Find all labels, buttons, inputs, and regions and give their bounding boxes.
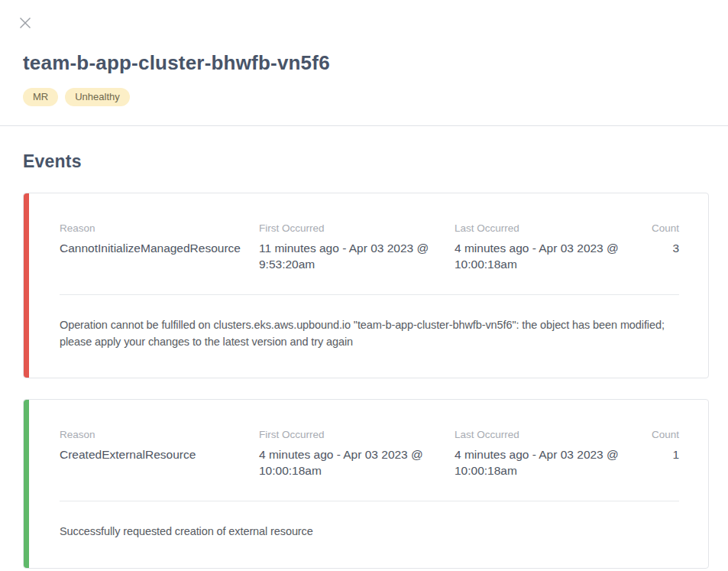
column-header-first-occurred: First Occurred	[259, 222, 438, 234]
card-divider	[60, 501, 679, 501]
event-col-count: Count 1	[642, 429, 679, 479]
event-last-occurred-value: 4 minutes ago - Apr 03 2023 @ 10:00:18am	[455, 241, 626, 273]
event-reason-value: CannotInitializeManagedResource	[60, 241, 242, 257]
event-first-occurred-value: 11 minutes ago - Apr 03 2023 @ 9:53:20am	[259, 241, 438, 273]
events-heading: Events	[23, 151, 709, 172]
status-bar-error	[24, 193, 29, 378]
kind-badge: MR	[23, 88, 58, 106]
event-message: Operation cannot be fulfilled on cluster…	[60, 317, 679, 351]
event-col-reason: Reason CreatedExternalResource	[60, 429, 259, 479]
column-header-last-occurred: Last Occurred	[455, 222, 626, 234]
close-icon	[18, 16, 32, 30]
event-first-occurred-value: 4 minutes ago - Apr 03 2023 @ 10:00:18am	[259, 447, 438, 479]
column-header-reason: Reason	[60, 429, 242, 440]
column-header-count: Count	[642, 222, 679, 234]
event-count-value: 1	[642, 447, 679, 463]
drawer-header: team-b-app-cluster-bhwfb-vn5f6 MR Unheal…	[0, 0, 728, 106]
event-col-last-occurred: Last Occurred 4 minutes ago - Apr 03 202…	[455, 222, 642, 273]
close-button[interactable]	[18, 16, 32, 30]
event-col-count: Count 3	[642, 222, 679, 273]
column-header-first-occurred: First Occurred	[259, 429, 438, 440]
page-title: team-b-app-cluster-bhwfb-vn5f6	[23, 51, 705, 75]
status-bar-success	[24, 400, 29, 568]
event-col-first-occurred: First Occurred 11 minutes ago - Apr 03 2…	[259, 222, 455, 273]
column-header-last-occurred: Last Occurred	[455, 429, 626, 440]
badge-row: MR Unhealthy	[23, 88, 705, 106]
event-col-first-occurred: First Occurred 4 minutes ago - Apr 03 20…	[259, 429, 455, 479]
column-header-reason: Reason	[60, 222, 242, 234]
event-message: Successfully requested creation of exter…	[60, 524, 679, 540]
event-table-header-row: Reason CreatedExternalResource First Occ…	[60, 429, 679, 479]
event-table-header-row: Reason CannotInitializeManagedResource F…	[60, 222, 679, 273]
column-header-count: Count	[642, 429, 679, 440]
event-reason-value: CreatedExternalResource	[60, 447, 242, 463]
events-section: Events Reason CannotInitializeManagedRes…	[0, 126, 728, 569]
event-card-success: Reason CreatedExternalResource First Occ…	[23, 399, 709, 569]
event-card-error: Reason CannotInitializeManagedResource F…	[23, 193, 709, 378]
event-col-reason: Reason CannotInitializeManagedResource	[60, 222, 259, 273]
card-divider	[60, 294, 679, 295]
event-last-occurred-value: 4 minutes ago - Apr 03 2023 @ 10:00:18am	[455, 447, 626, 479]
health-status-badge: Unhealthy	[65, 88, 130, 106]
event-count-value: 3	[642, 241, 679, 257]
event-col-last-occurred: Last Occurred 4 minutes ago - Apr 03 202…	[455, 429, 642, 479]
